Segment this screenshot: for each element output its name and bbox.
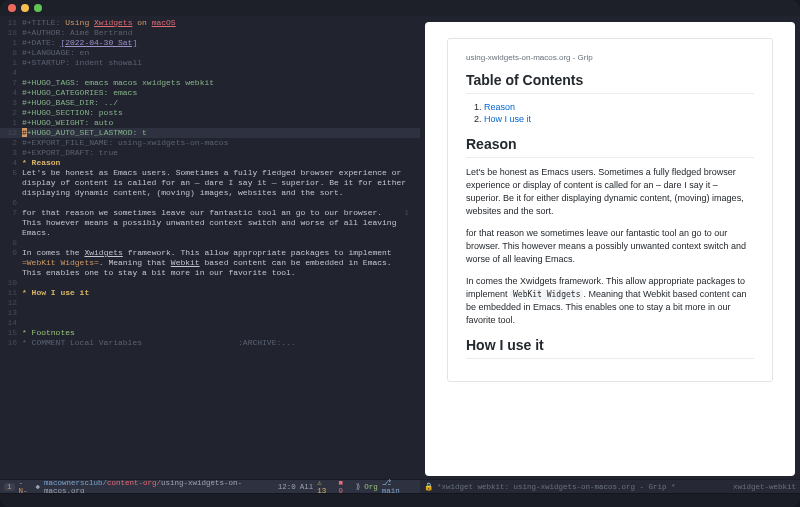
paragraph: Let's be honest as Emacs users. Sometime… xyxy=(466,166,754,218)
preview-pane: using-xwidgets-on-macos.org - Grip Table… xyxy=(420,16,800,493)
editor-pane: 11#+TITLE: Using Xwidgets on macOS18#+AU… xyxy=(0,16,420,493)
major-mode: xwidget-webkit xyxy=(733,483,796,491)
line-number: 7 xyxy=(0,78,22,88)
code-line[interactable]: 7for that reason we sometimes leave our … xyxy=(0,208,420,238)
code-line[interactable]: 1#+DATE: [2022-04-30 Sat] xyxy=(0,38,420,48)
heading-how-i-use-it: How I use it xyxy=(466,337,754,359)
line-number: 2 xyxy=(0,138,22,148)
code-line[interactable]: 15* Footnotes xyxy=(0,328,420,338)
code-line[interactable]: 18#+AUTHOR: Aimé Bertrand xyxy=(0,28,420,38)
evil-state: 1 xyxy=(4,483,15,491)
line-number: 15 xyxy=(0,328,22,338)
separator: ⟫ xyxy=(356,482,361,491)
line-number: 2 xyxy=(0,108,22,118)
inline-code: WebKit Widgets xyxy=(510,289,583,300)
code-line[interactable]: 4 xyxy=(0,68,420,78)
line-number: 16 xyxy=(0,338,22,348)
toc-link-reason[interactable]: Reason xyxy=(484,102,515,112)
line-number: 1 xyxy=(0,38,22,48)
toc-list: Reason How I use it xyxy=(484,102,754,124)
heading-reason: Reason xyxy=(466,136,754,158)
line-number: 1 xyxy=(0,118,22,128)
titlebar xyxy=(0,0,800,16)
close-icon[interactable] xyxy=(8,4,16,12)
code-line[interactable]: 2#+HUGO_SECTION: posts xyxy=(0,108,420,118)
line-number: 14 xyxy=(0,318,22,328)
code-line[interactable]: 3#+EXPORT_DRAFT: true xyxy=(0,148,420,158)
code-line[interactable]: 10 xyxy=(0,278,420,288)
line-number: 10 xyxy=(0,278,22,288)
code-line[interactable]: 12#+HUGO_AUTO_SET_LASTMOD: t xyxy=(0,128,420,138)
line-number: 9 xyxy=(0,248,22,278)
window-controls xyxy=(8,4,42,12)
code-line[interactable]: 4* Reason xyxy=(0,158,420,168)
line-number: 12 xyxy=(0,128,22,138)
buffer-percent: All xyxy=(300,483,314,491)
code-line[interactable]: 1#+HUGO_WEIGHT: auto xyxy=(0,118,420,128)
code-line[interactable]: 14 xyxy=(0,318,420,328)
code-line[interactable]: 1#+STARTUP: indent showall xyxy=(0,58,420,68)
folder-icon: ◆ xyxy=(36,482,41,491)
line-number: 4 xyxy=(0,158,22,168)
code-line[interactable]: 13 xyxy=(0,308,420,318)
toc-item: Reason xyxy=(484,102,754,112)
lock-icon: 🔒 xyxy=(424,482,433,491)
line-number: 5 xyxy=(0,168,22,198)
line-number: 12 xyxy=(0,298,22,308)
toc-link-howiuseit[interactable]: How I use it xyxy=(484,114,531,124)
code-line[interactable]: 8#+LANGUAGE: en xyxy=(0,48,420,58)
code-line[interactable]: 11#+TITLE: Using Xwidgets on macOS xyxy=(0,18,420,28)
webkit-preview[interactable]: using-xwidgets-on-macos.org - Grip Table… xyxy=(425,22,795,476)
code-line[interactable]: 12 xyxy=(0,298,420,308)
line-number: 13 xyxy=(0,308,22,318)
code-line[interactable]: 5Let's be honest as Emacs users. Sometim… xyxy=(0,168,420,198)
paragraph: for that reason we sometimes leave our f… xyxy=(466,227,754,266)
cursor-position: 12:0 xyxy=(278,483,296,491)
line-number: 8 xyxy=(0,238,22,248)
preview-card: using-xwidgets-on-macos.org - Grip Table… xyxy=(447,38,773,382)
line-number: 8 xyxy=(0,48,22,58)
workspace: 11#+TITLE: Using Xwidgets on macOS18#+AU… xyxy=(0,16,800,493)
org-buffer[interactable]: 11#+TITLE: Using Xwidgets on macOS18#+AU… xyxy=(0,16,420,479)
code-line[interactable]: 8 xyxy=(0,238,420,248)
line-number: 3 xyxy=(0,98,22,108)
emacs-frame: 11#+TITLE: Using Xwidgets on macOS18#+AU… xyxy=(0,0,800,507)
toc-item: How I use it xyxy=(484,114,754,124)
code-line[interactable]: 7#+HUGO_TAGS: emacs macos xwidgets webki… xyxy=(0,78,420,88)
zoom-icon[interactable] xyxy=(34,4,42,12)
modeline-right[interactable]: 🔒 *xwidget webkit: using-xwidgets-on-mac… xyxy=(420,479,800,493)
line-number: 4 xyxy=(0,88,22,98)
paragraph: In comes the Xwidgets framework. This al… xyxy=(466,275,754,327)
minibuffer[interactable] xyxy=(0,493,800,507)
code-line[interactable]: 11* How I use it xyxy=(0,288,420,298)
line-number: 1 xyxy=(0,58,22,68)
major-mode: Org xyxy=(364,483,378,491)
code-line[interactable]: 9In comes the Xwidgets framework. This a… xyxy=(0,248,420,278)
line-number: 11 xyxy=(0,288,22,298)
minimize-icon[interactable] xyxy=(21,4,29,12)
preview-title: using-xwidgets-on-macos.org - Grip xyxy=(466,53,754,62)
code-line[interactable]: 2#+EXPORT_FILE_NAME: using-xwidgets-on-m… xyxy=(0,138,420,148)
buffer-name: *xwidget webkit: using-xwidgets-on-macos… xyxy=(437,483,676,491)
code-line[interactable]: 4#+HUGO_CATEGORIES: emacs xyxy=(0,88,420,98)
code-line[interactable]: 6 xyxy=(0,198,420,208)
toc-heading: Table of Contents xyxy=(466,72,754,94)
code-line[interactable]: 3#+HUGO_BASE_DIR: ../ xyxy=(0,98,420,108)
modeline-left[interactable]: 1 -N- ◆ macownersclub/content-org/using-… xyxy=(0,479,420,493)
line-number: 6 xyxy=(0,198,22,208)
line-number: 18 xyxy=(0,28,22,38)
line-number: 4 xyxy=(0,68,22,78)
line-number: 3 xyxy=(0,148,22,158)
line-number: 11 xyxy=(0,18,22,28)
code-line[interactable]: 16* COMMENT Local Variables :ARCHIVE:... xyxy=(0,338,420,348)
